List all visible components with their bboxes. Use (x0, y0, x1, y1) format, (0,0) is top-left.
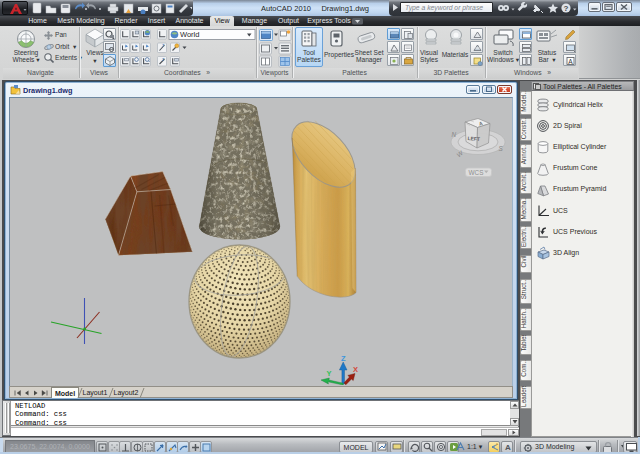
svg-text:Y: Y (327, 369, 332, 378)
svg-text:Constr...: Constr... (520, 118, 527, 139)
svg-text:LEFT: LEFT (467, 135, 480, 142)
svg-text:Electri...: Electri... (520, 226, 527, 247)
svg-text:Tables: Tables (520, 335, 527, 352)
svg-text:?: ? (564, 4, 569, 13)
svg-text:World: World (180, 30, 199, 39)
svg-text:Hatch...: Hatch... (520, 308, 527, 328)
svg-text:Model...: Model... (520, 91, 527, 112)
svg-text:Com...: Com... (520, 360, 527, 377)
svg-text:Annot...: Annot... (520, 144, 527, 164)
svg-text:Archit...: Archit... (520, 172, 527, 191)
svg-text:Struct...: Struct... (520, 279, 527, 299)
svg-text:Z: Z (341, 354, 346, 363)
svg-text:Mecha...: Mecha... (520, 198, 527, 220)
svg-text:A: A (568, 57, 573, 64)
svg-text:N: N (452, 131, 457, 138)
svg-text:X: X (353, 365, 358, 374)
svg-text:Civil: Civil (520, 256, 527, 268)
svg-text:WCS: WCS (469, 169, 484, 176)
svg-text:Leaders: Leaders (520, 386, 527, 407)
